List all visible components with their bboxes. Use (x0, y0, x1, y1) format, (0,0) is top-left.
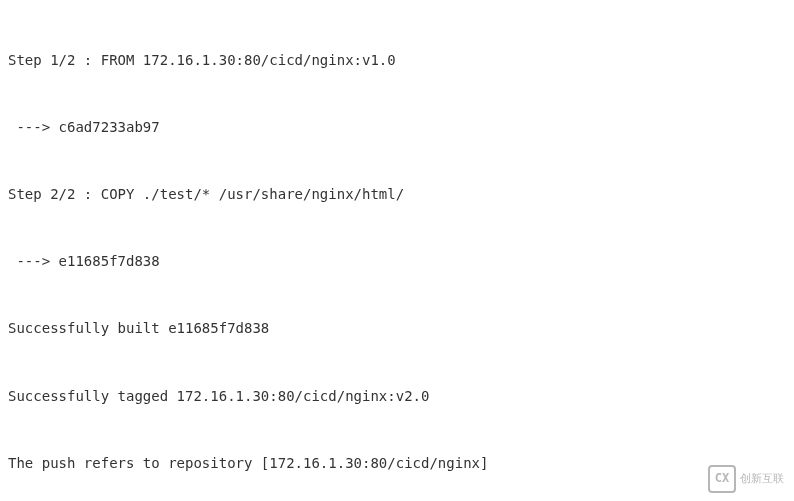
watermark-icon: CX (708, 465, 736, 493)
log-line: Successfully built e11685f7d838 (8, 317, 786, 339)
console-output: Step 1/2 : FROM 172.16.1.30:80/cicd/ngin… (8, 4, 786, 501)
watermark-brand: 创新互联 (740, 470, 784, 488)
log-line: ---> c6ad7233ab97 (8, 116, 786, 138)
log-line: Successfully tagged 172.16.1.30:80/cicd/… (8, 385, 786, 407)
log-line: Step 2/2 : COPY ./test/* /usr/share/ngin… (8, 183, 786, 205)
watermark: CX 创新互联 (708, 465, 784, 493)
log-line: ---> e11685f7d838 (8, 250, 786, 272)
log-line: Step 1/2 : FROM 172.16.1.30:80/cicd/ngin… (8, 49, 786, 71)
log-line: The push refers to repository [172.16.1.… (8, 452, 786, 474)
